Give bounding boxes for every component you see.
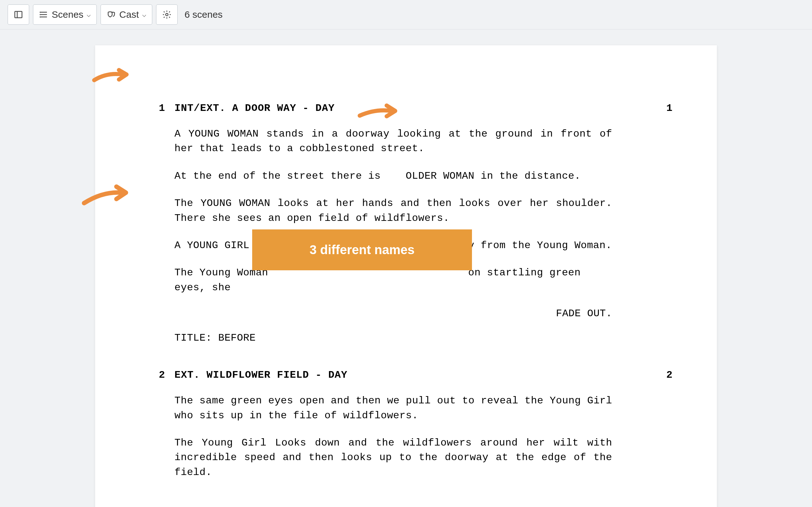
scenes-dropdown-button[interactable]: Scenes ⌵: [33, 4, 97, 25]
cast-label: Cast: [119, 9, 139, 20]
scene-number-left: 2: [140, 369, 174, 381]
scene-heading[interactable]: EXT. WILDFLOWER FIELD - DAY: [174, 369, 647, 381]
scenes-label: Scenes: [52, 9, 84, 20]
svg-point-5: [40, 12, 40, 12]
title-line[interactable]: TITLE: BEFORE: [174, 332, 672, 344]
settings-button[interactable]: [156, 4, 177, 25]
scene-heading-row: 1 INT/EXT. A DOOR WAY - DAY 1: [140, 102, 672, 114]
action-text[interactable]: The YOUNG WOMAN looks at her hands and t…: [174, 196, 612, 226]
annotation-arrow: [357, 100, 399, 125]
scene-block: 2 EXT. WILDFLOWER FIELD - DAY 2 The same…: [140, 369, 672, 480]
chevron-down-icon: ⌵: [87, 10, 91, 19]
toolbar: Scenes ⌵ Cast ⌵ 6 scenes: [0, 0, 812, 30]
annotation-arrow: [91, 64, 131, 87]
gear-icon: [162, 10, 171, 19]
cast-dropdown-button[interactable]: Cast ⌵: [101, 4, 152, 25]
chevron-down-icon: ⌵: [142, 10, 146, 19]
annotation-arrow: [81, 181, 130, 210]
annotation-callout: 3 different names: [252, 229, 472, 270]
scene-count-status: 6 scenes: [185, 9, 223, 20]
page-container: 1 INT/EXT. A DOOR WAY - DAY 1 A YOUNG WO…: [0, 30, 812, 507]
svg-point-7: [40, 17, 40, 17]
action-text[interactable]: A YOUNG WOMAN stands in a doorway lookin…: [174, 127, 612, 156]
svg-point-8: [165, 13, 168, 16]
transition-text[interactable]: FADE OUT.: [174, 308, 612, 320]
scene-number-left: 1: [140, 102, 174, 114]
script-page: 1 INT/EXT. A DOOR WAY - DAY 1 A YOUNG WO…: [95, 45, 717, 507]
scene-heading-row: 2 EXT. WILDFLOWER FIELD - DAY 2: [140, 369, 672, 381]
list-icon: [39, 10, 49, 19]
sidebar-toggle-button[interactable]: [8, 4, 29, 25]
masks-icon: [107, 10, 116, 19]
panel-icon: [14, 10, 23, 19]
annotation-callout-text: 3 different names: [310, 243, 415, 257]
scene-number-right: 1: [647, 102, 672, 114]
action-text[interactable]: The Young Girl Looks down and the wildfl…: [174, 436, 612, 480]
scene-block: 1 INT/EXT. A DOOR WAY - DAY 1 A YOUNG WO…: [140, 102, 672, 344]
scene-heading[interactable]: INT/EXT. A DOOR WAY - DAY: [174, 102, 647, 114]
action-text[interactable]: At the end of the street there is OLDER …: [174, 169, 612, 183]
scene-number-right: 2: [647, 369, 672, 381]
svg-rect-0: [15, 11, 22, 18]
action-text[interactable]: The same green eyes open and then we pul…: [174, 394, 612, 423]
